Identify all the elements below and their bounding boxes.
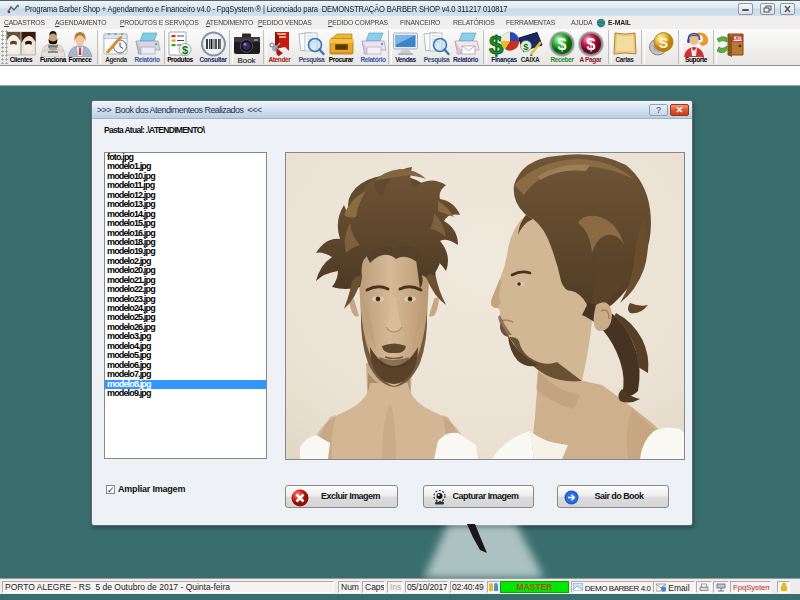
svg-text:$: $ [586, 36, 595, 53]
svg-text:EXIT: EXIT [732, 36, 742, 41]
svg-text:$: $ [523, 41, 529, 52]
svg-text:$: $ [182, 44, 188, 56]
svg-text:S: S [659, 35, 668, 51]
svg-text:$: $ [558, 36, 567, 53]
